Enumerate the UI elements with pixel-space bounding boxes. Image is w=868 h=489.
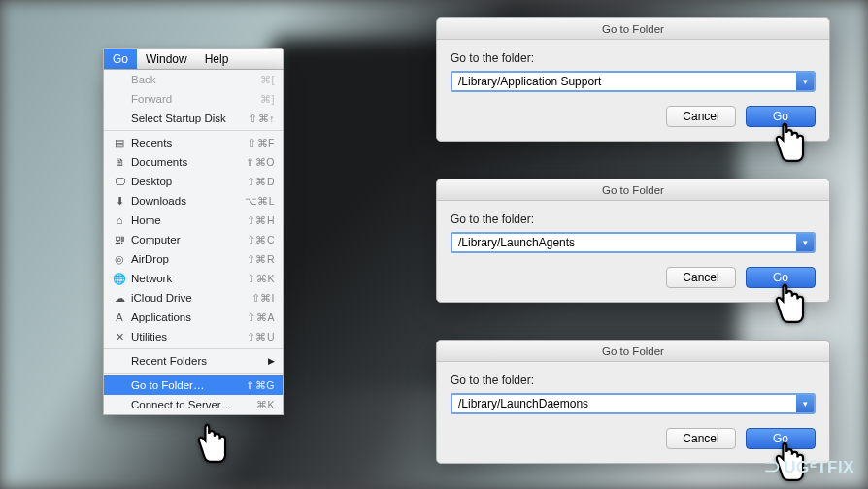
menubar-item-window[interactable]: Window: [137, 49, 196, 69]
menu-applications[interactable]: AApplications⇧⌘A: [104, 308, 283, 327]
menu-desktop[interactable]: 🖵Desktop⇧⌘D: [104, 172, 283, 191]
menu-utilities[interactable]: ✕Utilities⇧⌘U: [104, 327, 283, 346]
menu-computer[interactable]: 🖳Computer⇧⌘C: [104, 230, 283, 249]
menu-separator: [104, 348, 283, 349]
utilities-icon: ✕: [112, 331, 127, 343]
desktop-icon: 🖵: [112, 176, 127, 187]
submenu-arrow-icon: ▶: [268, 356, 275, 366]
cursor-hand-icon: [189, 419, 234, 473]
go-to-folder-dialog-1: Go to Folder Go to the folder: ▾ Cancel …: [436, 17, 830, 142]
dialog-prompt: Go to the folder:: [451, 212, 816, 226]
menu-connect-to-server[interactable]: Connect to Server…⌘K: [104, 395, 283, 414]
menu-separator: [104, 373, 283, 374]
folder-path-input[interactable]: [452, 234, 796, 251]
menu-recents[interactable]: ▤Recents⇧⌘F: [104, 133, 283, 152]
icloud-icon: ☁: [112, 292, 127, 305]
recents-icon: ▤: [112, 137, 127, 149]
dialog-title: Go to Folder: [437, 179, 829, 201]
network-icon: 🌐: [112, 273, 127, 285]
menu-airdrop[interactable]: ◎AirDrop⇧⌘R: [104, 249, 283, 269]
dialog-prompt: Go to the folder:: [451, 374, 816, 387]
menu-downloads[interactable]: ⬇Downloads⌥⌘L: [104, 191, 283, 211]
menu-network[interactable]: 🌐Network⇧⌘K: [104, 269, 283, 288]
folder-path-input[interactable]: [452, 73, 796, 90]
go-to-folder-dialog-3: Go to Folder Go to the folder: ▾ Cancel …: [436, 340, 830, 464]
menu-icloud-drive[interactable]: ☁iCloud Drive⇧⌘I: [104, 288, 283, 308]
folder-path-combo[interactable]: ▾: [451, 393, 816, 414]
dropdown-arrow-icon[interactable]: ▾: [796, 234, 814, 251]
home-icon: ⌂: [112, 214, 127, 226]
go-button[interactable]: Go: [746, 106, 816, 127]
dialog-title: Go to Folder: [437, 18, 829, 40]
airdrop-icon: ◎: [112, 253, 127, 266]
dropdown-arrow-icon[interactable]: ▾: [796, 73, 814, 90]
folder-path-input[interactable]: [452, 395, 796, 412]
menubar-item-help[interactable]: Help: [196, 49, 238, 69]
menubar[interactable]: Go Window Help: [103, 48, 284, 70]
computer-icon: 🖳: [112, 234, 127, 245]
menu-separator: [104, 130, 283, 131]
menu-documents[interactable]: 🗎Documents⇧⌘O: [104, 152, 283, 172]
applications-icon: A: [112, 311, 127, 323]
documents-icon: 🗎: [112, 156, 127, 168]
menubar-item-go[interactable]: Go: [104, 49, 137, 69]
menu-back: Back⌘[: [104, 70, 283, 89]
dropdown-arrow-icon[interactable]: ▾: [796, 395, 814, 412]
menu-recent-folders[interactable]: Recent Folders▶: [104, 351, 283, 371]
cancel-button[interactable]: Cancel: [666, 106, 736, 127]
go-button[interactable]: Go: [746, 267, 816, 288]
watermark-logo: ⊃UGᴱTFIX: [763, 454, 854, 479]
dialog-prompt: Go to the folder:: [451, 51, 816, 65]
menu-forward: Forward⌘]: [104, 89, 283, 109]
go-to-folder-dialog-2: Go to Folder Go to the folder: ▾ Cancel …: [436, 179, 830, 303]
downloads-icon: ⬇: [112, 195, 127, 208]
folder-path-combo[interactable]: ▾: [451, 71, 816, 92]
menu-home[interactable]: ⌂Home⇧⌘H: [104, 211, 283, 230]
dialog-title: Go to Folder: [437, 341, 829, 362]
menu-go-to-folder[interactable]: Go to Folder…⇧⌘G: [104, 375, 283, 395]
go-button[interactable]: Go: [746, 428, 816, 449]
go-menu-dropdown[interactable]: Back⌘[ Forward⌘] Select Startup Disk⇧⌘↑ …: [103, 70, 284, 415]
cancel-button[interactable]: Cancel: [666, 428, 736, 449]
menu-select-startup-disk[interactable]: Select Startup Disk⇧⌘↑: [104, 109, 283, 128]
cancel-button[interactable]: Cancel: [666, 267, 736, 288]
folder-path-combo[interactable]: ▾: [451, 232, 816, 253]
